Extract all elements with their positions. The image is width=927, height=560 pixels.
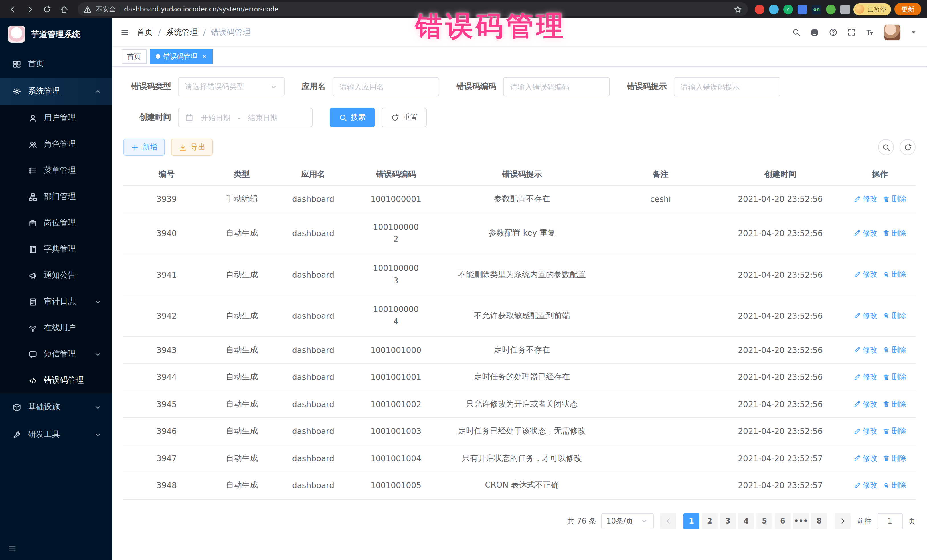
fullscreen-icon[interactable] bbox=[847, 28, 856, 36]
not-secure-warning-icon[interactable] bbox=[83, 5, 92, 14]
sidebar-item-label: 审计日志 bbox=[44, 296, 87, 307]
extension-drop-icon[interactable] bbox=[769, 4, 779, 14]
toggle-search-button[interactable] bbox=[878, 139, 894, 155]
profile-paused-chip[interactable]: 已暂停 bbox=[853, 3, 891, 15]
page-button-1[interactable]: 1 bbox=[684, 513, 699, 529]
font-size-icon[interactable] bbox=[865, 28, 874, 36]
page-button-8[interactable]: 8 bbox=[811, 513, 827, 529]
edit-link[interactable]: 修改 bbox=[853, 399, 877, 409]
date-range-picker[interactable]: - bbox=[178, 108, 313, 127]
sidebar-item-home[interactable]: 首页 bbox=[0, 50, 112, 77]
browser-home-icon[interactable] bbox=[57, 2, 71, 16]
sidebar-item-label: 在线用户 bbox=[44, 323, 102, 333]
breadcrumb-item[interactable]: 首页 bbox=[137, 27, 153, 37]
sidebar-item-error-code[interactable]: 错误码管理 bbox=[0, 367, 112, 393]
browser-back-icon[interactable] bbox=[6, 2, 20, 16]
sidebar-item-dict[interactable]: 字典管理 bbox=[0, 236, 112, 262]
error-type-select[interactable]: 请选择错误码类型 bbox=[178, 77, 285, 96]
page-size-select[interactable]: 10条/页 bbox=[601, 513, 654, 529]
page-button-4[interactable]: 4 bbox=[738, 513, 754, 529]
code-value: 1001000003 bbox=[371, 262, 421, 287]
delete-link[interactable]: 删除 bbox=[883, 269, 906, 280]
extension-red-icon[interactable] bbox=[755, 4, 764, 14]
user-avatar[interactable] bbox=[884, 24, 901, 41]
sidebar-item-menu[interactable]: 菜单管理 bbox=[0, 157, 112, 184]
address-bar[interactable]: 不安全 dashboard.yudao.iocoder.cn/system/er… bbox=[78, 2, 748, 16]
extension-on-badge-icon[interactable]: on bbox=[812, 4, 821, 14]
cell-hint: 定时任务不存在 bbox=[439, 337, 605, 364]
edit-link[interactable]: 修改 bbox=[853, 269, 877, 280]
error-code-input[interactable] bbox=[510, 82, 603, 91]
date-start-input[interactable] bbox=[198, 113, 234, 122]
extension-puzzle-icon[interactable] bbox=[840, 4, 850, 14]
delete-link[interactable]: 删除 bbox=[883, 372, 906, 382]
edit-link[interactable]: 修改 bbox=[853, 311, 877, 321]
reset-button[interactable]: 重置 bbox=[381, 108, 427, 127]
edit-link[interactable]: 修改 bbox=[853, 372, 877, 382]
browser-update-button[interactable]: 更新 bbox=[895, 3, 921, 15]
edit-link[interactable]: 修改 bbox=[853, 194, 877, 204]
tab-错误码管理[interactable]: 错误码管理 bbox=[150, 49, 213, 64]
edit-link[interactable]: 修改 bbox=[853, 345, 877, 355]
delete-link[interactable]: 删除 bbox=[883, 345, 906, 355]
breadcrumb-item[interactable]: 系统管理 bbox=[166, 27, 198, 37]
goto-page-input[interactable] bbox=[877, 513, 903, 529]
sidebar-item-role[interactable]: 角色管理 bbox=[0, 131, 112, 157]
help-icon[interactable] bbox=[829, 28, 837, 36]
github-icon[interactable] bbox=[810, 28, 819, 37]
delete-link[interactable]: 删除 bbox=[883, 399, 906, 409]
sidebar-item-dev-tools[interactable]: 研发工具 bbox=[0, 421, 112, 448]
app-name-input[interactable] bbox=[339, 82, 432, 91]
browser-reload-icon[interactable] bbox=[40, 2, 54, 16]
bookmark-star-icon[interactable] bbox=[734, 5, 742, 14]
delete-link[interactable]: 删除 bbox=[883, 426, 906, 436]
tab-close-icon[interactable] bbox=[201, 54, 207, 59]
page-button-3[interactable]: 3 bbox=[720, 513, 736, 529]
delete-link[interactable]: 删除 bbox=[883, 228, 906, 238]
sidebar-item-sms[interactable]: 短信管理 bbox=[0, 341, 112, 367]
header-search-icon[interactable] bbox=[792, 28, 800, 36]
refresh-table-button[interactable] bbox=[900, 139, 916, 155]
browser-forward-icon[interactable] bbox=[23, 2, 36, 16]
edit-link[interactable]: 修改 bbox=[853, 453, 877, 463]
date-end-input[interactable] bbox=[245, 113, 281, 122]
main-area: 首页/系统管理/错误码管理 首页错误码管理 错误码类型 bbox=[112, 18, 927, 560]
page-button-5[interactable]: 5 bbox=[757, 513, 772, 529]
sidebar-item-audit-log[interactable]: 审计日志 bbox=[0, 288, 112, 315]
sidebar-item-dept[interactable]: 部门管理 bbox=[0, 184, 112, 210]
column-header: 操作 bbox=[844, 164, 916, 186]
edit-link[interactable]: 修改 bbox=[853, 480, 877, 490]
sidebar-item-system[interactable]: 系统管理 bbox=[0, 77, 112, 105]
tab-首页[interactable]: 首页 bbox=[122, 49, 147, 64]
sidebar-item-infra[interactable]: 基础设施 bbox=[0, 393, 112, 421]
page-button-2[interactable]: 2 bbox=[702, 513, 718, 529]
delete-link[interactable]: 删除 bbox=[883, 194, 906, 204]
cell-remark bbox=[605, 472, 716, 499]
page-ellipsis-button[interactable]: ••• bbox=[793, 513, 809, 529]
prev-page-button[interactable] bbox=[660, 513, 676, 529]
next-page-button[interactable] bbox=[834, 513, 851, 529]
search-button[interactable]: 搜索 bbox=[330, 108, 375, 127]
menu-toggle-icon[interactable] bbox=[120, 28, 129, 36]
export-button[interactable]: 导出 bbox=[171, 138, 213, 156]
table-row: 3943自动生成dashboard1001001000定时任务不存在2021-0… bbox=[123, 337, 916, 364]
extension-green-check-icon[interactable]: ✓ bbox=[783, 4, 793, 14]
delete-link[interactable]: 删除 bbox=[883, 480, 906, 490]
sidebar-logo[interactable]: 芋道管理系统 bbox=[0, 18, 112, 50]
sidebar-item-online-user[interactable]: 在线用户 bbox=[0, 315, 112, 341]
sidebar-collapse-icon[interactable] bbox=[8, 544, 17, 553]
sidebar-item-notice[interactable]: 通知公告 bbox=[0, 262, 112, 288]
edit-link[interactable]: 修改 bbox=[853, 426, 877, 436]
extension-grid-icon[interactable] bbox=[798, 4, 807, 14]
delete-link[interactable]: 删除 bbox=[883, 311, 906, 321]
extension-leaf-icon[interactable] bbox=[826, 4, 836, 14]
delete-link[interactable]: 删除 bbox=[883, 453, 906, 463]
cell-actions: 修改删除 bbox=[844, 391, 916, 418]
error-hint-input[interactable] bbox=[681, 82, 774, 91]
sidebar-item-post[interactable]: 岗位管理 bbox=[0, 210, 112, 236]
edit-link[interactable]: 修改 bbox=[853, 228, 877, 238]
page-button-6[interactable]: 6 bbox=[775, 513, 791, 529]
sidebar-item-user[interactable]: 用户管理 bbox=[0, 105, 112, 131]
add-button[interactable]: 新增 bbox=[123, 138, 165, 156]
avatar-caret-down-icon[interactable] bbox=[910, 29, 917, 35]
